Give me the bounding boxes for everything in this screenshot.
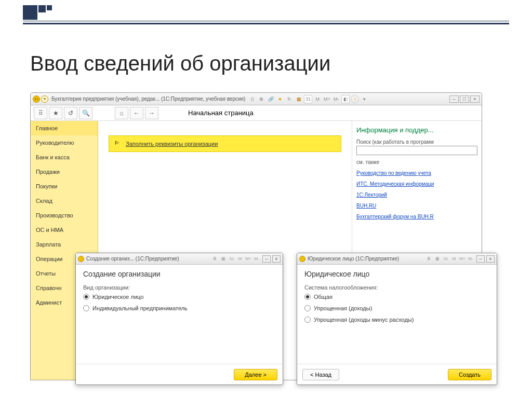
dialog2-heading: Юридическое лицо	[304, 270, 489, 278]
dialog2-tool-cal-icon[interactable]: 31	[442, 255, 449, 263]
dialog1-close-button[interactable]: ×	[272, 255, 281, 263]
toolbar-history-icon[interactable]: ↻	[285, 95, 294, 103]
dialog2-tool-doc-icon[interactable]: 🗎	[425, 255, 433, 263]
fill-requisites-banner[interactable]: 🏳 Заполнить реквизиты организации	[109, 135, 341, 152]
window-title-text: Бухгалтерия предприятия (учебная), редак…	[51, 96, 245, 102]
sidebar-item-production[interactable]: Производство	[31, 208, 98, 223]
dialog2-mplus-icon[interactable]: M+	[459, 255, 466, 263]
toolbar-print-icon[interactable]: ⎙	[248, 95, 256, 103]
dialog1-body: Создание организации Вид организации: Юр…	[76, 265, 283, 322]
link-lectorium[interactable]: 1С:Лекторий	[356, 192, 477, 198]
sidebar-item-salary[interactable]: Зарплата	[31, 237, 98, 252]
nav-back-button[interactable]: ←	[130, 107, 143, 119]
dialog2-title-text: Юридическое лицо (1С:Предприятие)	[308, 256, 399, 262]
fill-requisites-link[interactable]: Заполнить реквизиты организации	[126, 141, 218, 147]
link-its[interactable]: ИТС. Методическая информаци	[356, 181, 477, 187]
home-button[interactable]: ⌂	[115, 107, 128, 119]
dialog2-titlebar: Юридическое лицо (1С:Предприятие) 🗎 ▦ 31…	[297, 253, 497, 265]
create-button[interactable]: Создать	[448, 369, 491, 380]
dialog1-mminus-icon[interactable]: M-	[253, 255, 260, 263]
link-guide[interactable]: Руководство по ведению учета	[356, 170, 477, 176]
sidebar-item-manager[interactable]: Руководителю	[31, 135, 98, 150]
minimize-button[interactable]: –	[449, 95, 459, 103]
dialog1-tool-calc-icon[interactable]: ▦	[220, 255, 227, 263]
toolbar-mplus-icon[interactable]: M+	[323, 95, 331, 103]
sidebar-item-sales[interactable]: Продажи	[31, 164, 98, 179]
radio-dot-icon	[304, 294, 311, 300]
toolbar-panel-icon[interactable]: ◧	[341, 95, 350, 103]
dialog1-mplus-icon[interactable]: M+	[245, 255, 252, 263]
dialog2-field-label: Система налогообложения:	[304, 284, 489, 291]
dialog1-m-icon[interactable]: M	[236, 255, 244, 263]
dialog2-footer: < Назад Создать	[297, 364, 497, 385]
slide-title: Ввод сведений об организации	[30, 52, 330, 75]
radio-legal-entity[interactable]: Юридическое лицо	[83, 294, 275, 300]
close-button[interactable]: ×	[470, 95, 480, 103]
radio-legal-entity-label: Юридическое лицо	[92, 294, 143, 300]
toolbar-calc-icon[interactable]: ▦	[295, 95, 303, 103]
right-panel-heading: Информация и поддер...	[356, 126, 477, 134]
nav-forward-button[interactable]: →	[145, 107, 158, 119]
next-button[interactable]: Далее >	[234, 369, 277, 380]
search-label: Поиск (как работать в программ	[356, 139, 477, 145]
dialog1-heading: Создание организации	[83, 270, 275, 278]
radio-simplified-profit[interactable]: Упрощенная (доходы минус расходы)	[304, 317, 489, 323]
dialog2-body: Юридическое лицо Система налогообложения…	[297, 265, 497, 333]
toolbar-calendar-icon[interactable]: 31	[304, 95, 312, 103]
banner-icon: 🏳	[114, 140, 122, 147]
dialog1-footer: Далее >	[76, 364, 283, 385]
nav-back-icon[interactable]: ▾	[41, 95, 48, 103]
sidebar-item-bank[interactable]: Банк и касса	[31, 150, 98, 164]
radio-individual[interactable]: Индивидуальный предприниматель	[83, 305, 275, 311]
dialog1-title-text: Создание организ... (1С:Предприятие)	[86, 256, 179, 262]
maximize-button[interactable]: □	[460, 95, 469, 103]
dialog2-close-button[interactable]: ×	[486, 255, 495, 263]
dialog2-mminus-icon[interactable]: M-	[467, 255, 474, 263]
dialog2-minimize-button[interactable]: –	[476, 255, 485, 263]
toolbar-dropdown-icon[interactable]: ▾	[360, 95, 368, 103]
toolbar-mminus-icon[interactable]: M-	[332, 95, 340, 103]
radio-simplified-income-label: Упрощенная (доходы)	[314, 305, 372, 311]
back-button[interactable]: < Назад	[302, 369, 339, 380]
toolbar-doc-icon[interactable]: 🗎	[257, 95, 265, 103]
dialog2-m-icon[interactable]: M	[450, 255, 458, 263]
sidebar-item-warehouse[interactable]: Склад	[31, 194, 98, 208]
search-button[interactable]: 🔍	[79, 107, 92, 119]
link-forum[interactable]: Бухгалтерский форум на BUH.R	[356, 214, 477, 219]
search-input[interactable]	[356, 146, 477, 155]
dialog1-field-label: Вид организации:	[83, 284, 275, 291]
sidebar-item-assets[interactable]: ОС и НМА	[31, 223, 98, 237]
history-button[interactable]: ↺	[64, 107, 77, 119]
radio-general[interactable]: Общая	[304, 294, 489, 300]
see-also-label: см. также	[356, 159, 477, 165]
dialog1-app-icon	[78, 256, 84, 262]
dialog1-tool-doc-icon[interactable]: 🗎	[211, 255, 219, 263]
radio-individual-label: Индивидуальный предприниматель	[92, 305, 188, 311]
radio-dot-icon	[304, 317, 311, 323]
radio-simplified-profit-label: Упрощенная (доходы минус расходы)	[314, 317, 414, 323]
favorites-button[interactable]: ★	[49, 107, 62, 119]
radio-dot-icon	[304, 305, 311, 311]
toolbar-info-icon[interactable]: i	[351, 95, 359, 103]
radio-simplified-income[interactable]: Упрощенная (доходы)	[304, 305, 489, 311]
sidebar-item-purchases[interactable]: Покупки	[31, 179, 98, 194]
radio-general-label: Общая	[314, 294, 332, 300]
slide-header-decoration	[23, 5, 509, 26]
link-buhru[interactable]: BUH.RU	[356, 203, 477, 209]
app-logo-icon: 1с	[33, 95, 40, 103]
sidebar-item-main[interactable]: Главное	[31, 121, 98, 135]
legal-entity-dialog: Юридическое лицо (1С:Предприятие) 🗎 ▦ 31…	[297, 253, 497, 385]
dialog2-app-icon	[299, 256, 305, 262]
apps-grid-button[interactable]: ⠿	[34, 107, 47, 119]
toolbar-m-icon[interactable]: M	[313, 95, 322, 103]
dialog2-tool-calc-icon[interactable]: ▦	[434, 255, 441, 263]
dialog1-tool-cal-icon[interactable]: 31	[228, 255, 235, 263]
create-organization-dialog: Создание организ... (1С:Предприятие) 🗎 ▦…	[75, 253, 283, 385]
dialog1-minimize-button[interactable]: –	[262, 255, 271, 263]
toolbar-star-icon[interactable]: ★	[276, 95, 284, 103]
page-title: Начальная страница	[188, 109, 254, 117]
radio-dot-icon	[83, 294, 89, 300]
toolbar-clip-icon[interactable]: 🔗	[267, 95, 275, 103]
radio-dot-icon	[83, 305, 89, 311]
secondary-toolbar: ⠿ ★ ↺ 🔍 ⌂ ← → Начальная страница	[31, 105, 482, 121]
